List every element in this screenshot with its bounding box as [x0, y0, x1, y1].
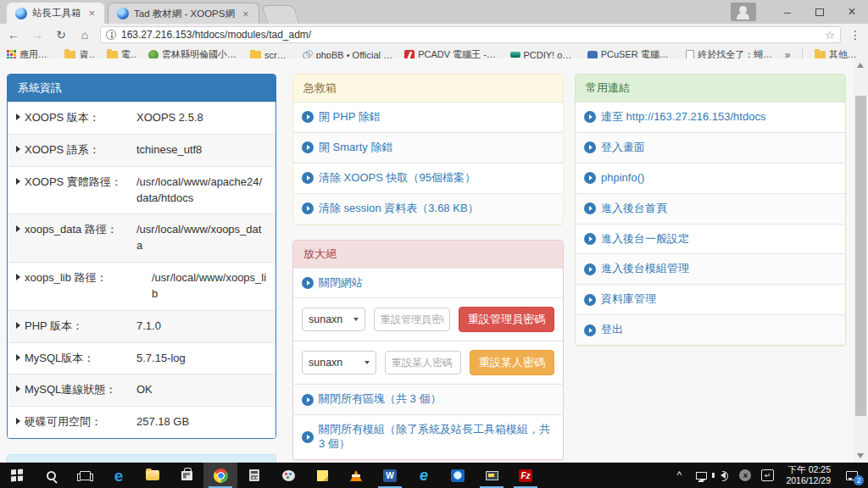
link-row: 登出 [576, 314, 845, 345]
system-row: XOOPS 實體路徑： /usr/local/www/apache24/data… [8, 166, 275, 214]
panel-title: 急救箱 [293, 75, 563, 102]
taskbar-outlook[interactable] [441, 463, 475, 488]
caret-right-icon [16, 418, 20, 424]
start-button[interactable] [0, 463, 34, 488]
tab-close-icon[interactable]: × [86, 7, 98, 19]
tray-status-icon[interactable]: × [735, 463, 755, 488]
link-admin-settings[interactable]: 進入後台一般設定 [601, 232, 689, 247]
link-row: 開 Smarty 除錯 [293, 132, 563, 163]
link-login-screen[interactable]: 登入畫面 [601, 141, 645, 155]
taskbar-chrome[interactable] [203, 463, 237, 488]
taskbar-search-button[interactable] [34, 463, 68, 488]
taskbar-clock[interactable]: 下午 02:25 2016/12/29 [779, 464, 837, 486]
address-bar[interactable]: 163.27.216.153/htdocs/modules/tad_adm/ ☆ [100, 26, 841, 43]
link-database-admin[interactable]: 資料庫管理 [601, 292, 656, 307]
reset-admin-password-button[interactable]: 重設管理員密碼 [459, 307, 554, 332]
tab-close-icon[interactable]: × [240, 8, 252, 20]
user-select[interactable]: sunaxn [302, 351, 376, 374]
arrow-circle-icon [584, 263, 596, 275]
taskbar-store[interactable] [170, 463, 203, 488]
panel-first-aid: 急救箱 開 PHP 除錯 開 Smarty 除錯 清除 XOOPS 快取（95個… [292, 74, 564, 225]
panel-title: 系統資訊 [8, 75, 275, 102]
taskbar-word[interactable]: W [373, 463, 407, 488]
panel-system-info: 系統資訊 XOOPS 版本： XOOPS 2.5.8 XOOPS 語系： tch… [7, 74, 276, 439]
link-php-debug[interactable]: 開 PHP 除錯 [319, 110, 381, 125]
link-logout[interactable]: 登出 [601, 323, 623, 337]
restore-icon [815, 8, 824, 16]
link-row: phpinfo() [576, 163, 845, 193]
tab-active[interactable]: 站長工具箱 × [7, 3, 104, 24]
link-clear-cache[interactable]: 清除 XOOPS 快取（95個檔案） [319, 171, 476, 186]
taskbar-remote-desktop[interactable] [475, 463, 509, 488]
link-smarty-debug[interactable]: 開 Smarty 除錯 [319, 141, 392, 155]
tab-inactive[interactable]: Tad 教材網 - XOOPS網 × [108, 3, 259, 24]
action-center-button[interactable]: 2 [839, 463, 865, 488]
windows-store-icon [181, 471, 192, 480]
task-view-button[interactable] [68, 463, 102, 488]
sticky-notes-icon [317, 470, 328, 481]
calculator-icon [249, 469, 259, 481]
user-password-input[interactable] [385, 351, 461, 374]
link-row: 連至 http://163.27.216.153/htdocs [576, 102, 845, 132]
panel-title: 常用連結 [576, 75, 845, 102]
chrome-menu-icon[interactable]: ⋮ [848, 28, 863, 42]
system-tray: ^ × ↵ 下午 02:25 2016/12/29 2 [669, 463, 868, 488]
scroll-up-icon[interactable] [857, 63, 864, 68]
tab-title: Tad 教材網 - XOOPS網 [134, 8, 235, 20]
page-scrollbar[interactable] [854, 58, 868, 463]
new-tab-button[interactable] [261, 5, 299, 24]
link-admin-home[interactable]: 進入後台首頁 [601, 202, 667, 216]
home-icon[interactable]: ⌂ [76, 28, 93, 42]
scrollbar-thumb[interactable] [855, 96, 866, 416]
site-favicon [117, 8, 129, 19]
link-row: 關閉所有模組（除了系統及站長工具箱模組，共 3 個） [293, 414, 563, 459]
caret-right-icon [16, 225, 20, 232]
system-row: MySQL連線狀態： OK [8, 374, 275, 406]
taskbar-calculator[interactable] [237, 463, 271, 488]
link-clear-session[interactable]: 清除 session 資料表（3.68 KB） [319, 202, 479, 216]
folder-icon [815, 51, 826, 59]
taskbar-ie[interactable]: e [407, 463, 441, 488]
panel-ultimate: 放大絕 關閉網站 sunaxn 重設管理員密碼 sunaxn [292, 240, 564, 461]
tray-chevron-icon[interactable]: ^ [669, 463, 689, 488]
forward-icon[interactable]: → [29, 28, 46, 42]
reload-icon[interactable]: ↻ [53, 28, 70, 42]
word-icon: W [383, 469, 397, 482]
taskbar-paint[interactable] [271, 463, 305, 488]
tab-title: 站長工具箱 [32, 7, 81, 19]
network-icon[interactable] [691, 463, 711, 488]
link-close-all-blocks[interactable]: 關閉所有區塊（共 3 個） [319, 392, 441, 407]
link-close-all-modules[interactable]: 關閉所有模組（除了系統及站長工具箱模組，共 3 個） [319, 423, 554, 452]
bookmark-star-icon[interactable]: ☆ [825, 29, 835, 42]
link-close-site[interactable]: 關閉網站 [319, 276, 363, 291]
minimize-button[interactable]: – [771, 0, 804, 24]
ime-indicator-icon[interactable]: ↵ [757, 463, 777, 488]
page-info-icon[interactable] [106, 30, 116, 40]
taskbar-vlc[interactable] [339, 463, 373, 488]
link-row: 進入後台模組管理 [576, 253, 845, 284]
taskbar-edge[interactable]: e [102, 463, 136, 488]
link-goto-site[interactable]: 連至 http://163.27.216.153/htdocs [601, 110, 765, 125]
url-text[interactable]: 163.27.216.153/htdocs/modules/tad_adm/ [121, 29, 820, 41]
volume-icon[interactable] [713, 463, 733, 488]
caret-right-icon [16, 322, 20, 329]
windows-taskbar: e W e Fz ^ × ↵ 下午 02:25 2016/12/29 2 [0, 463, 868, 488]
back-icon[interactable]: ← [5, 28, 22, 42]
link-row: 登入畫面 [576, 132, 845, 163]
arrow-circle-icon [584, 294, 596, 306]
taskbar-sticky-notes[interactable] [305, 463, 339, 488]
admin-password-input[interactable] [374, 308, 450, 331]
close-button[interactable]: × [836, 0, 868, 24]
restore-button[interactable] [804, 0, 836, 24]
taskbar-file-explorer[interactable] [136, 463, 170, 488]
chrome-profile-icon[interactable] [731, 3, 756, 21]
reset-user-password-button[interactable]: 重設某人密碼 [470, 350, 554, 375]
taskbar-filezilla[interactable]: Fz [509, 463, 542, 488]
reset-user-password-row: sunaxn 重設某人密碼 [293, 341, 563, 384]
admin-user-select[interactable]: sunaxn [302, 308, 365, 331]
search-icon [47, 471, 56, 480]
link-phpinfo[interactable]: phpinfo() [601, 171, 644, 186]
link-admin-modules[interactable]: 進入後台模組管理 [601, 262, 689, 276]
system-row: XOOPS 語系： tchinese_utf8 [8, 134, 275, 166]
scroll-down-icon[interactable] [857, 453, 864, 458]
